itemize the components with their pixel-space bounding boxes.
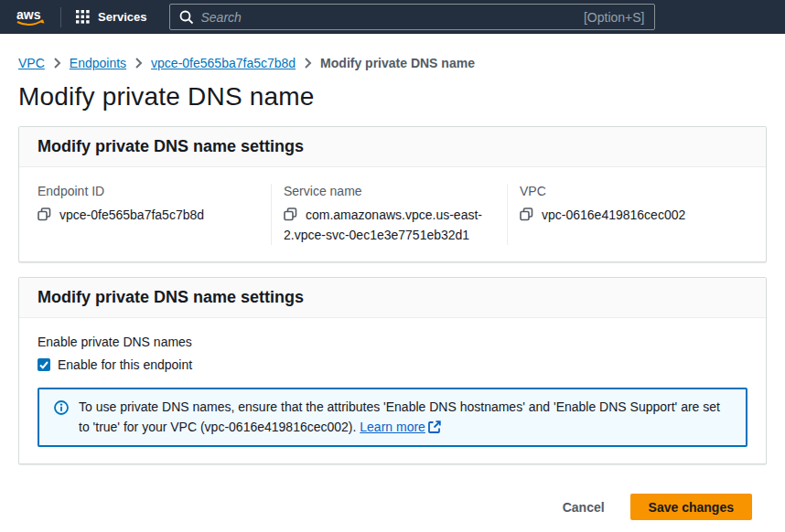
global-search[interactable]: [Option+S] (169, 4, 655, 30)
endpoint-id-value: vpce-0fe565ba7fa5c7b8d (59, 207, 204, 222)
breadcrumb-link-endpoint-id[interactable]: vpce-0fe565ba7fa5c7b8d (151, 56, 296, 70)
service-name-value: com.amazonaws.vpce.us-east-2.vpce-svc-0e… (284, 207, 482, 242)
breadcrumb-link-vpc[interactable]: VPC (18, 56, 45, 70)
chevron-right-icon (134, 58, 143, 69)
cancel-button[interactable]: Cancel (563, 500, 605, 515)
services-menu-button[interactable]: Services (76, 10, 147, 24)
learn-more-label: Learn more (360, 420, 425, 434)
chevron-right-icon (53, 58, 61, 69)
copy-icon[interactable] (38, 207, 51, 221)
save-changes-button[interactable]: Save changes (630, 494, 752, 520)
enable-endpoint-checkbox[interactable] (38, 358, 50, 371)
form-actions: Cancel Save changes (0, 479, 785, 520)
breadcrumb: VPC Endpoints vpce-0fe565ba7fa5c7b8d Mod… (0, 34, 785, 70)
summary-card: Modify private DNS name settings Endpoin… (18, 126, 767, 262)
enable-endpoint-row: Enable for this endpoint (38, 357, 747, 372)
search-shortcut-hint: [Option+S] (584, 10, 645, 25)
field-label: Endpoint ID (38, 184, 253, 198)
checkmark-icon (39, 361, 48, 369)
breadcrumb-link-endpoints[interactable]: Endpoints (70, 56, 126, 70)
enable-private-dns-label: Enable private DNS names (38, 335, 747, 349)
search-icon (179, 10, 194, 25)
search-input[interactable] (201, 10, 584, 25)
info-alert: To use private DNS names, ensure that th… (38, 388, 747, 447)
services-grid-icon (76, 10, 90, 24)
top-navigation-bar: aws Services [Option+S] (0, 0, 785, 34)
copy-icon[interactable] (520, 207, 533, 221)
field-label: Service name (284, 184, 489, 198)
field-label: VPC (520, 184, 729, 198)
learn-more-link[interactable]: Learn more (360, 420, 441, 434)
enable-endpoint-checkbox-label[interactable]: Enable for this endpoint (58, 357, 192, 372)
field-endpoint-id: Endpoint ID vpce-0fe565ba7fa5c7b8d (38, 184, 271, 245)
alert-text-wrap: To use private DNS names, ensure that th… (79, 397, 731, 437)
settings-card-title: Modify private DNS name settings (19, 278, 766, 318)
field-service-name: Service name com.amazonaws.vpce.us-east-… (271, 184, 507, 245)
settings-card: Modify private DNS name settings Enable … (18, 277, 767, 464)
page-title: Modify private DNS name (0, 70, 785, 126)
breadcrumb-current: Modify private DNS name (320, 56, 475, 70)
summary-card-title: Modify private DNS name settings (19, 127, 766, 167)
chevron-right-icon (304, 58, 312, 69)
vpc-id-value: vpc-0616e419816cec002 (542, 207, 685, 222)
field-vpc: VPC vpc-0616e419816cec002 (507, 184, 747, 245)
external-link-icon (428, 420, 441, 433)
services-label: Services (98, 10, 147, 24)
aws-logo-text: aws (16, 7, 41, 22)
info-icon (54, 400, 69, 437)
topbar-divider (60, 7, 61, 27)
copy-icon[interactable] (284, 207, 297, 221)
aws-logo[interactable]: aws (15, 6, 48, 28)
